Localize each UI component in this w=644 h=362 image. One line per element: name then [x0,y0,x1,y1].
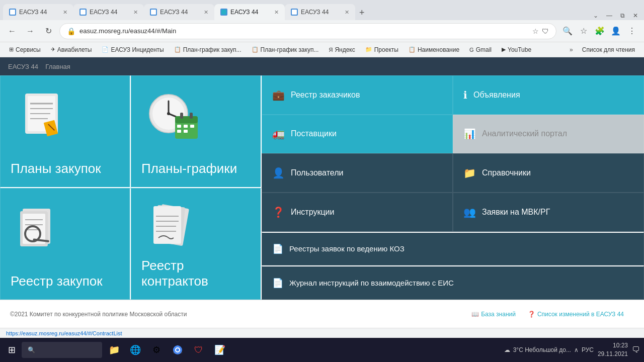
lock-icon: 🔒 [67,27,75,35]
bookmark-naming[interactable]: 📋 Наименование [405,45,463,54]
instructions-label: Инструкции [291,208,334,217]
bookmark-incidents-label: ЕАСУЗ Инциденты [111,46,164,53]
taskbar-app-settings[interactable]: ⚙ [146,340,167,360]
bookmark-projects[interactable]: 📁 Проекты [361,45,403,54]
instructions-tile[interactable]: ❓ Инструкции [262,193,453,232]
new-tab-button[interactable]: + [355,6,369,20]
office-icon: 📝 [214,344,225,355]
incidents-icon: 📄 [102,46,109,53]
bookmark-services[interactable]: ⊞ Сервисы [5,45,45,54]
svg-rect-31 [177,125,181,128]
svg-rect-28 [175,116,198,123]
tab-3-close[interactable]: ✕ [204,9,208,16]
bookmarks-more-button[interactable]: » [567,45,576,54]
bookmark-yandex-label: Яндекс [335,46,355,53]
bookmark-plan1[interactable]: 📋 План-график закуп... [170,45,246,54]
extensions-icon[interactable]: 🧩 [593,24,607,38]
taskbar-app-chrome[interactable] [168,340,188,360]
status-bar: https://easuz.mosreg.ru/easuz44/#/Contra… [0,328,644,338]
journal-tile[interactable]: 📄 Журнал инструкций по взаимодействию с … [262,265,644,300]
contracts-icon [143,199,204,259]
tab-2-close[interactable]: ✕ [133,9,138,16]
taskbar-apps: 📁 🌐 ⚙ 🛡 📝 [104,340,230,360]
maximize-button[interactable]: ⧉ [617,11,628,20]
address-bar[interactable]: 🔒 easuz.mosreg.ru/easuz44/#/Main ☆ 🛡 [59,23,556,39]
tab-2-title: ЕАСУЗ 44 [90,9,130,16]
taskbar-app-antivirus[interactable]: 🛡 [189,340,209,360]
copyright-text: ©2021 Комитет по конкурентной политике М… [10,311,187,318]
tab-5-close[interactable]: ✕ [345,9,349,16]
tab-list-button[interactable]: ⌄ [590,11,601,20]
settings-icon: ⚙ [152,344,160,355]
tab-5[interactable]: ЕАСУЗ 44 ✕ [285,4,355,20]
extension-icon[interactable]: 🛡 [542,27,549,35]
bookmark-youtube[interactable]: ▶ YouTube [498,45,535,54]
taskbar-weather-text: 3°C Небольшой до... [513,346,571,353]
taskbar-search[interactable]: 🔍 [22,342,102,358]
references-tile[interactable]: 📁 Справочники [453,153,644,193]
refresh-button[interactable]: ↻ [41,24,55,38]
users-tile[interactable]: 👤 Пользователи [262,153,453,193]
close-window-button[interactable]: ✕ [630,11,641,20]
menu-icon[interactable]: ⋮ [625,24,639,38]
start-button[interactable]: ⊞ [4,342,20,357]
bookmark-incidents[interactable]: 📄 ЕАСУЗ Инциденты [98,45,168,54]
requests-icon: 👥 [463,206,476,218]
taskbar-app-explorer[interactable]: 📁 [104,340,124,360]
taskbar-lang-text: РУС [582,346,594,353]
requests-tile[interactable]: 👥 Заявки на МВК/РГ [453,193,644,232]
suppliers-tile[interactable]: 🚛 Поставщики [262,115,453,154]
changelog-link[interactable]: ❓ Список изменений в ЕАСУЗ 44 [528,311,624,318]
bookmark-avia[interactable]: ✈ Авиабилеты [47,45,96,54]
back-button[interactable]: ← [5,24,19,38]
plans-tile[interactable]: Планы закупок [0,75,131,188]
contracts-tile[interactable]: Реестр контрактов [131,188,262,300]
bookmark-reading-list[interactable]: Список для чтения [578,45,639,54]
address-bar-icons: ☆ 🛡 [532,27,549,35]
profile-icon[interactable]: 👤 [609,24,623,38]
taskbar-app-browser[interactable]: 🌐 [125,340,145,360]
bookmark-star-nav-icon[interactable]: ☆ [577,24,591,38]
search-icon[interactable]: 🔍 [560,24,575,38]
tab-1-title: ЕАСУЗ 44 [19,9,60,16]
schedules-tile[interactable]: Планы-графики [131,75,262,188]
taskbar-date: 29.11.2021 [598,350,628,358]
announcements-tile[interactable]: ℹ Объявления [453,75,644,115]
tab-3[interactable]: ЕАСУЗ 44 ✕ [144,4,214,20]
tab-2[interactable]: ЕАСУЗ 44 ✕ [73,4,144,20]
taskbar: ⊞ 🔍 📁 🌐 ⚙ 🛡 [0,338,644,362]
minimize-button[interactable]: — [603,11,615,20]
tab-1[interactable]: ЕАСУЗ 44 ✕ [3,4,73,20]
naming-icon: 📋 [409,46,416,53]
analytics-tile[interactable]: 📊 Аналитический портал [453,115,644,154]
svg-rect-4 [292,10,297,15]
tab-4-close[interactable]: ✕ [274,9,279,16]
tab-4[interactable]: ЕАСУЗ 44 ✕ [214,4,285,20]
status-url: https://easuz.mosreg.ru/easuz44/#/Contra… [6,330,122,336]
taskbar-weather-icon: ☁ [504,346,510,353]
registry-tile[interactable]: Реестр закупок [0,188,131,300]
bookmark-gmail[interactable]: G Gmail [465,45,496,54]
customers-tile[interactable]: 💼 Реестр заказчиков [262,75,453,115]
bookmark-star-icon[interactable]: ☆ [532,27,539,35]
taskbar-notification-icon[interactable]: 🗨 [632,345,640,354]
knowledge-base-link[interactable]: 📖 База знаний [471,311,516,318]
forward-button[interactable]: → [23,24,37,38]
footer-links: 📖 База знаний ❓ Список изменений в ЕАСУЗ… [471,311,624,318]
bookmark-yandex[interactable]: Я Яндекс [325,45,359,54]
bookmark-plan2[interactable]: 📋 План-график закуп... [248,45,323,54]
svg-point-26 [167,112,170,115]
tab-1-close[interactable]: ✕ [63,9,67,16]
url-text: easuz.mosreg.ru/easuz44/#/Main [79,27,528,35]
suppliers-icon: 🚛 [272,128,285,140]
taskbar-app-office[interactable]: 📝 [210,340,230,360]
knowledge-base-icon: 📖 [471,311,479,318]
references-icon: 📁 [463,167,476,179]
taskbar-clock: 10:23 [598,341,628,350]
right-column: 💼 Реестр заказчиков ℹ Объявления 🚛 Поста… [262,75,644,300]
browser-icon: 🌐 [130,344,141,355]
journal-icon: 📄 [272,278,283,289]
bookmark-plan1-label: План-график закуп... [183,46,242,53]
bookmark-naming-label: Наименование [418,46,459,53]
koz-registry-tile[interactable]: 📄 Реестры заявок по ведению КОЗ [262,232,644,266]
